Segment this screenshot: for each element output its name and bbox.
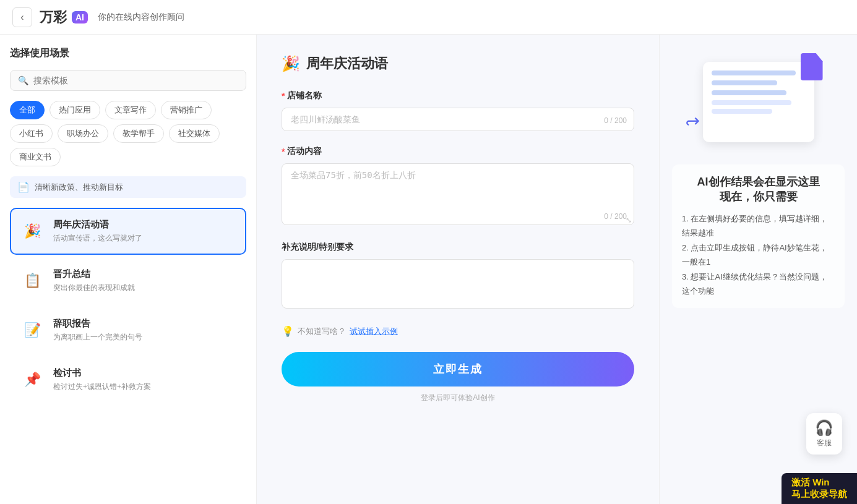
template-item-promotion[interactable]: 📋 晋升总结 突出你最佳的表现和成就 bbox=[10, 257, 246, 304]
tag-marketing[interactable]: 营销推广 bbox=[161, 101, 212, 119]
doc-line-1 bbox=[712, 70, 796, 75]
template-name-anniversary: 周年庆活动语 bbox=[53, 219, 236, 231]
ai-hint-title: AI创作结果会在显示这里现在，你只需要 bbox=[682, 174, 835, 204]
store-name-input[interactable] bbox=[282, 108, 634, 131]
store-name-char-count: 0 / 200 bbox=[604, 116, 627, 125]
tag-social[interactable]: 社交媒体 bbox=[169, 124, 220, 143]
template-name-reflection: 检讨书 bbox=[53, 367, 236, 379]
template-item-anniversary[interactable]: 🎉 周年庆活动语 活动宣传语，这么写就对了 bbox=[10, 208, 246, 255]
required-star: * bbox=[282, 91, 285, 101]
template-icon-reflection: 📌 bbox=[20, 367, 45, 392]
sidebar-title: 选择使用场景 bbox=[10, 47, 246, 60]
template-icon-promotion: 📋 bbox=[20, 268, 45, 293]
form-header-title: 周年庆活动语 bbox=[306, 54, 388, 73]
header: ‹ 万彩 AI 你的在线内容创作顾问 bbox=[0, 0, 857, 35]
insert-example-link[interactable]: 试试插入示例 bbox=[350, 326, 398, 337]
resize-handle[interactable]: ⤡ bbox=[626, 216, 632, 224]
back-icon: ‹ bbox=[20, 12, 24, 23]
ai-hint-box: AI创作结果会在显示这里现在，你只需要 1. 在左侧填好必要的信息，填写越详细，… bbox=[672, 164, 845, 308]
submit-button[interactable]: 立即生成 bbox=[282, 352, 634, 387]
tag-education[interactable]: 教学帮手 bbox=[113, 124, 164, 143]
template-desc-anniversary: 活动宣传语，这么写就对了 bbox=[53, 233, 236, 244]
submit-hint: 登录后即可体验AI创作 bbox=[282, 393, 634, 403]
form-group-store-name: * 店铺名称 0 / 200 bbox=[282, 90, 634, 131]
tag-article[interactable]: 文章写作 bbox=[105, 101, 156, 119]
form-group-activity: * 活动内容 0 / 200 ⤡ bbox=[282, 146, 634, 227]
hint-text: 不知道写啥？ bbox=[298, 326, 346, 337]
promo-banner[interactable]: 📄 清晰新政策、推动新目标 bbox=[10, 176, 246, 198]
promo-icon: 📄 bbox=[17, 181, 30, 193]
doc-line-3 bbox=[712, 90, 787, 95]
sidebar: 选择使用场景 🔍 全部 热门应用 文章写作 营销推广 小红书 职场办公 教学帮手… bbox=[0, 35, 257, 504]
logo-ai-badge: AI bbox=[72, 11, 88, 23]
form-header: 🎉 周年庆活动语 bbox=[282, 54, 634, 73]
logo-area: 万彩 AI bbox=[40, 8, 88, 27]
doc-illustration: ↩ bbox=[703, 62, 814, 142]
app-container: ‹ 万彩 AI 你的在线内容创作顾问 选择使用场景 🔍 全部 热门应用 文章写作… bbox=[0, 0, 857, 504]
store-name-label: * 店铺名称 bbox=[282, 90, 634, 101]
hint-icon: 💡 bbox=[282, 325, 294, 337]
template-icon-resignation: 📝 bbox=[20, 318, 45, 343]
search-icon: 🔍 bbox=[18, 75, 28, 85]
ai-hint-item-3: 3. 想要让AI继续优化结果？当然没问题，这个功能 bbox=[682, 270, 835, 299]
tag-hot[interactable]: 热门应用 bbox=[50, 101, 100, 119]
hint-row[interactable]: 💡 不知道写啥？ 试试插入示例 bbox=[282, 325, 634, 337]
cs-icon: 🎧 bbox=[815, 419, 833, 437]
tag-office[interactable]: 职场办公 bbox=[58, 124, 108, 143]
template-name-resignation: 辞职报告 bbox=[53, 318, 236, 330]
illustration: ↩ AI创作结果会在显示这里现在，你只需要 1. 在左侧填好必要的信息，填写越详… bbox=[672, 49, 845, 308]
search-input[interactable] bbox=[33, 75, 238, 85]
activity-textarea-wrapper: 0 / 200 ⤡ bbox=[282, 163, 634, 227]
activity-textarea[interactable] bbox=[282, 163, 634, 225]
template-list: 🎉 周年庆活动语 活动宣传语，这么写就对了 📋 晋升总结 突出你最佳的表现和成就 bbox=[10, 208, 246, 403]
back-button[interactable]: ‹ bbox=[12, 7, 32, 27]
template-item-resignation[interactable]: 📝 辞职报告 为离职画上一个完美的句号 bbox=[10, 307, 246, 354]
content-area: 🎉 周年庆活动语 * 店铺名称 0 / 200 * 活动内容 bbox=[257, 35, 659, 504]
ai-hint-item-2: 2. 点击立即生成按钮，静待AI妙笔生花，一般在1 bbox=[682, 241, 835, 270]
doc-card bbox=[703, 62, 814, 142]
footer-watermark: 激活 Win马上收录导航 bbox=[782, 473, 857, 504]
template-name-promotion: 晋升总结 bbox=[53, 268, 236, 280]
template-desc-promotion: 突出你最佳的表现和成就 bbox=[53, 283, 236, 293]
header-subtitle: 你的在线内容创作顾问 bbox=[98, 12, 184, 23]
activity-label: * 活动内容 bbox=[282, 146, 634, 157]
template-desc-resignation: 为离职画上一个完美的句号 bbox=[53, 332, 236, 343]
watermark-text: 激活 Win马上收录导航 bbox=[791, 477, 847, 499]
required-star-2: * bbox=[282, 147, 285, 156]
supplement-label: 补充说明/特别要求 bbox=[282, 242, 634, 253]
tag-xiaohongshu[interactable]: 小红书 bbox=[10, 124, 53, 143]
arrow-icon: ↩ bbox=[686, 111, 700, 132]
activity-char-count: 0 / 200 bbox=[604, 212, 627, 221]
logo-text: 万彩 bbox=[40, 8, 67, 27]
cs-label: 客服 bbox=[815, 438, 833, 448]
form-group-supplement: 补充说明/特别要求 bbox=[282, 242, 634, 310]
supplement-textarea[interactable] bbox=[282, 259, 634, 309]
cs-widget[interactable]: 🎧 客服 bbox=[806, 413, 842, 455]
ai-hint-item-1: 1. 在左侧填好必要的信息，填写越详细，结果越准 bbox=[682, 211, 835, 241]
doc-line-2 bbox=[712, 80, 777, 85]
form-header-icon: 🎉 bbox=[282, 55, 300, 72]
store-name-input-wrapper: 0 / 200 bbox=[282, 108, 634, 131]
search-box: 🔍 bbox=[10, 70, 246, 91]
main-layout: 选择使用场景 🔍 全部 热门应用 文章写作 营销推广 小红书 职场办公 教学帮手… bbox=[0, 35, 857, 504]
tag-all[interactable]: 全部 bbox=[10, 101, 45, 119]
promo-text: 清晰新政策、推动新目标 bbox=[35, 182, 123, 193]
tag-business[interactable]: 商业文书 bbox=[10, 148, 61, 166]
doc-corner-fold bbox=[801, 53, 823, 80]
template-desc-reflection: 检讨过失+诚恩认错+补救方案 bbox=[53, 382, 236, 392]
filter-tags: 全部 热门应用 文章写作 营销推广 小红书 职场办公 教学帮手 社交媒体 商业文… bbox=[10, 101, 246, 166]
template-item-reflection[interactable]: 📌 检讨书 检讨过失+诚恩认错+补救方案 bbox=[10, 356, 246, 403]
template-icon-anniversary: 🎉 bbox=[20, 219, 45, 244]
